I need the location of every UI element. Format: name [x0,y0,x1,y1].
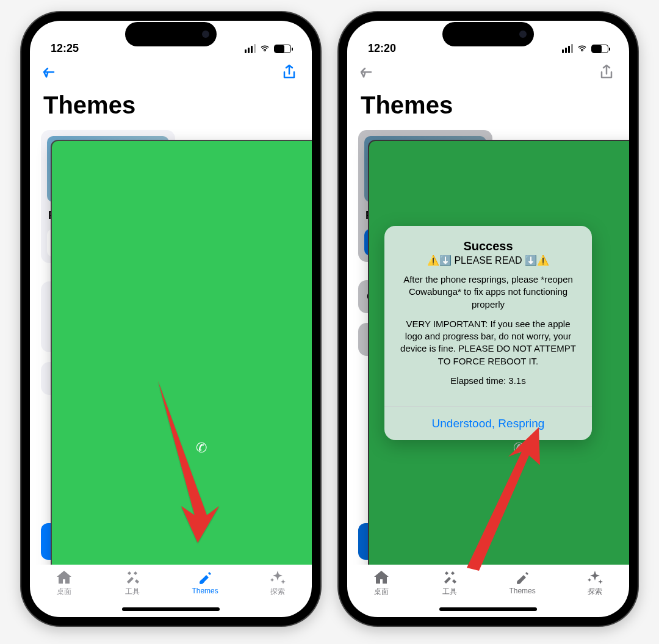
theme-card[interactable]: ✆ A ⚙ ÷ Fine主题 · 209 Select [41,130,175,263]
wifi-icon [259,42,270,55]
notch [442,22,534,46]
tab-themes[interactable]: Themes [509,570,535,595]
theme-thumbnail: ✆ A ⚙ ÷ [47,136,169,202]
alert-respring-button[interactable]: Understood, Respring [384,407,592,440]
app-phone-icon: ✆ [52,141,312,565]
theme-thumbnail: ✆ A ⚙ ÷ [364,136,486,202]
back-icon[interactable] [358,63,376,84]
alert-p1: After the phone resprings, please *reope… [397,273,580,311]
tab-bar: 桌面 工具 Themes 探索 [30,565,312,617]
wifi-icon [577,42,588,55]
tab-explore[interactable]: 探索 [586,570,604,597]
battery-icon [274,45,291,53]
phone-left: 12:25 Themes ✆ [21,12,320,626]
share-icon[interactable] [597,63,616,84]
clock: 12:20 [368,42,396,55]
phone-right: 12:20 Themes ✆ [339,12,638,626]
tab-explore[interactable]: 探索 [268,570,287,597]
alert-elapsed: Elapsed time: 3.1s [397,375,580,387]
tab-home[interactable]: 桌面 [55,570,73,597]
tab-tools[interactable]: 工具 [441,570,459,597]
cellular-icon [245,44,256,53]
share-icon[interactable] [280,63,298,84]
alert-p2: VERY IMPORTANT: If you see the apple log… [397,318,580,367]
back-icon[interactable] [41,63,59,84]
alert-title: Success [397,239,580,253]
tab-tools[interactable]: 工具 [123,570,142,597]
home-indicator [122,607,220,611]
tab-home[interactable]: 桌面 [372,570,391,597]
alert-read: ⚠️⬇️ PLEASE READ ⬇️⚠️ [397,255,580,266]
notch [125,22,217,46]
page-title: Themes [358,84,618,130]
page-title: Themes [41,84,301,130]
cellular-icon [562,44,573,53]
success-alert: Success ⚠️⬇️ PLEASE READ ⬇️⚠️ After the … [384,226,592,440]
home-indicator [439,607,537,611]
tab-bar: 桌面 工具 Themes 探索 [347,565,629,617]
nav-bar [347,57,629,84]
battery-icon [591,45,608,53]
nav-bar [30,57,312,84]
clock: 12:25 [51,42,79,55]
tab-themes[interactable]: Themes [192,570,218,595]
